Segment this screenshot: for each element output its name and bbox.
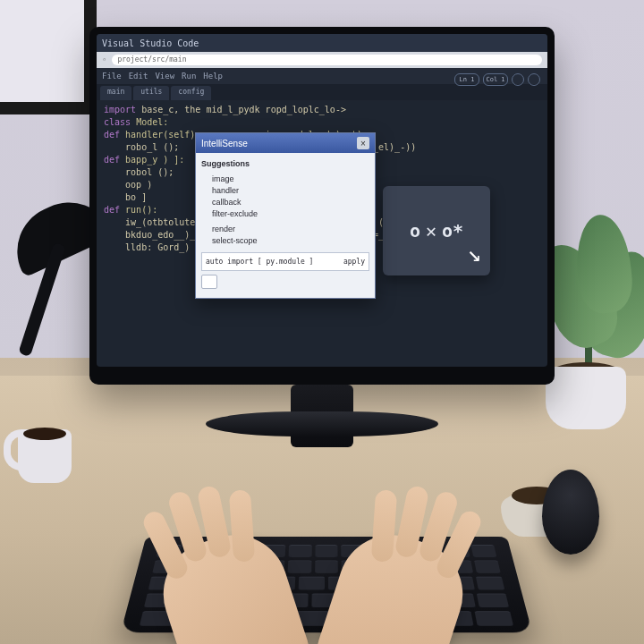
- menu-item[interactable]: Run: [182, 72, 196, 80]
- editor-tab[interactable]: utils: [133, 86, 169, 100]
- close-icon[interactable]: ✕: [426, 220, 436, 242]
- code-text: robol ();: [104, 167, 174, 177]
- code-keyword: import: [104, 105, 136, 114]
- glyph-icon: o*: [442, 220, 463, 242]
- menu-item[interactable]: View: [155, 72, 174, 80]
- suggestion-item[interactable]: callback: [212, 197, 369, 208]
- window-titlebar: Visual Studio Code: [97, 34, 547, 52]
- suggestion-item[interactable]: render: [212, 224, 369, 235]
- editor-tab[interactable]: config: [171, 86, 211, 100]
- more-icon[interactable]: [528, 73, 540, 86]
- window-title: Visual Studio Code: [102, 38, 199, 48]
- close-icon[interactable]: ×: [357, 137, 369, 149]
- scene-illustration: Visual Studio Code ◦ project/src/main Fi…: [0, 0, 644, 644]
- screen: Visual Studio Code ◦ project/src/main Fi…: [97, 34, 547, 367]
- address-bar[interactable]: ◦ project/src/main: [97, 52, 547, 68]
- settings-icon[interactable]: [512, 73, 524, 86]
- code-text: oop ): [104, 180, 152, 190]
- menu-item[interactable]: Help: [203, 72, 223, 80]
- popup-titlebar: IntelliSense ×: [196, 133, 375, 153]
- code-keyword: def: [104, 130, 120, 140]
- signature-bar: auto import [ py.module ] apply: [201, 252, 369, 271]
- code-text: base_c, the mid_l_pydk ropd_loplc_lo->: [136, 105, 346, 114]
- popup-hint: Suggestions: [201, 159, 250, 168]
- code-keyword: class: [104, 117, 131, 127]
- coffee-mug: [9, 411, 80, 483]
- suggestion-list: image handler callback filter-exclude: [201, 174, 369, 220]
- mouse[interactable]: [542, 470, 599, 555]
- menu-item[interactable]: Edit: [129, 72, 148, 80]
- toolbar-right: Ln 1 Col 1: [454, 73, 540, 86]
- code-text: bapp_y ) ]:: [120, 155, 184, 165]
- status-pill[interactable]: Ln 1: [454, 73, 479, 86]
- signature-text: auto import [ py.module ]: [206, 256, 313, 267]
- code-keyword: def: [104, 205, 120, 215]
- suggestion-item[interactable]: filter-exclude: [212, 208, 369, 220]
- code-text: Model:: [131, 117, 168, 127]
- tab-bar: main utils config: [97, 84, 547, 100]
- popup-title-text: IntelliSense: [201, 139, 248, 148]
- autocomplete-popup[interactable]: IntelliSense × Suggestions image handler…: [195, 132, 376, 299]
- picture-frame: [0, 0, 97, 114]
- glyph-icon: o: [410, 220, 420, 242]
- menu-item[interactable]: File: [102, 72, 122, 80]
- address-field[interactable]: project/src/main: [112, 55, 542, 65]
- suggestion-section: render select-scope: [201, 224, 369, 247]
- monitor-stand-base: [206, 411, 438, 436]
- code-keyword: def: [104, 155, 120, 165]
- monitor: Visual Studio Code ◦ project/src/main Fi…: [89, 27, 555, 385]
- suggestion-item[interactable]: handler: [212, 185, 369, 197]
- info-button[interactable]: [201, 275, 217, 289]
- popup-body: Suggestions image handler callback filte…: [196, 153, 375, 298]
- editor-tab[interactable]: main: [100, 86, 131, 100]
- suggestion-item[interactable]: select-scope: [212, 235, 369, 247]
- apply-label[interactable]: apply: [343, 256, 365, 267]
- nav-back-icon[interactable]: ◦: [102, 55, 106, 64]
- suggestion-item[interactable]: image: [212, 174, 369, 185]
- monitor-bezel: Visual Studio Code ◦ project/src/main Fi…: [89, 27, 555, 385]
- floating-hint-panel[interactable]: o ✕ o* ↘: [383, 186, 490, 275]
- arrow-icon: ↘: [467, 240, 481, 267]
- status-pill[interactable]: Col 1: [483, 73, 508, 86]
